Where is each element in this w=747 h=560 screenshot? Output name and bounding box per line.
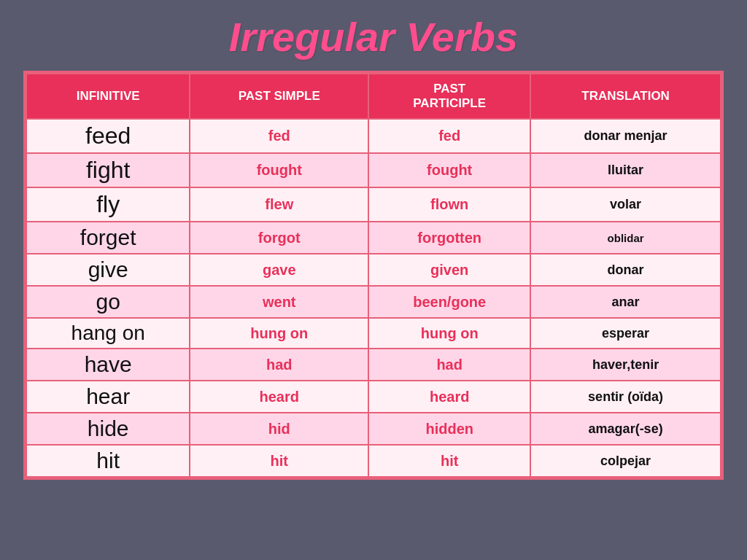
cell-past-participle: fought: [368, 153, 530, 187]
table-row: givegavegivendonar: [26, 254, 721, 286]
cell-infinitive: give: [26, 254, 190, 286]
table-row: feedfedfeddonar menjar: [26, 119, 721, 153]
cell-past-participle: hidden: [368, 413, 530, 445]
cell-past-simple: flew: [190, 187, 368, 222]
cell-translation: colpejar: [530, 445, 721, 477]
cell-past-simple: forgot: [190, 222, 368, 254]
cell-infinitive: hang on: [26, 318, 190, 349]
table-row: hearheardheardsentir (oïda): [26, 381, 721, 413]
cell-past-simple: had: [190, 349, 368, 381]
cell-past-simple: went: [190, 286, 368, 318]
cell-infinitive: fight: [26, 153, 190, 187]
table-row: hithithitcolpejar: [26, 445, 721, 477]
cell-past-simple: gave: [190, 254, 368, 286]
table-body: feedfedfeddonar menjarfightfoughtfoughtl…: [26, 119, 721, 477]
cell-past-simple: hit: [190, 445, 368, 477]
cell-past-simple: fought: [190, 153, 368, 187]
cell-infinitive: hide: [26, 413, 190, 445]
cell-translation: anar: [530, 286, 721, 318]
cell-translation: donar: [530, 254, 721, 286]
cell-past-participle: fed: [368, 119, 530, 153]
cell-past-participle: hung on: [368, 318, 530, 349]
cell-past-simple: fed: [190, 119, 368, 153]
cell-infinitive: forget: [26, 222, 190, 254]
cell-infinitive: hit: [26, 445, 190, 477]
cell-past-participle: flown: [368, 187, 530, 222]
cell-past-participle: heard: [368, 381, 530, 413]
col-header-translation: TRANSLATION: [530, 74, 721, 119]
col-header-past-participle: PASTPARTICIPLE: [368, 74, 530, 119]
cell-past-participle: had: [368, 349, 530, 381]
table-row: flyflewflownvolar: [26, 187, 721, 222]
table-row: hang onhung onhung onesperar: [26, 318, 721, 349]
cell-translation: lluitar: [530, 153, 721, 187]
cell-past-simple: hung on: [190, 318, 368, 349]
table-row: gowentbeen/goneanar: [26, 286, 721, 318]
cell-translation: sentir (oïda): [530, 381, 721, 413]
cell-translation: volar: [530, 187, 721, 222]
cell-infinitive: fly: [26, 187, 190, 222]
cell-translation: donar menjar: [530, 119, 721, 153]
col-header-infinitive: INFINITIVE: [26, 74, 190, 119]
cell-translation: haver,tenir: [530, 349, 721, 381]
table-row: forgetforgotforgottenoblidar: [26, 222, 721, 254]
cell-infinitive: have: [26, 349, 190, 381]
table-row: fightfoughtfoughtlluitar: [26, 153, 721, 187]
col-header-past-simple: PAST SIMPLE: [190, 74, 368, 119]
irregular-verbs-table: INFINITIVE PAST SIMPLE PASTPARTICIPLE TR…: [23, 71, 724, 480]
cell-infinitive: hear: [26, 381, 190, 413]
cell-past-participle: given: [368, 254, 530, 286]
cell-infinitive: go: [26, 286, 190, 318]
page-title: Irregular Verbs: [229, 13, 518, 61]
cell-translation: oblidar: [530, 222, 721, 254]
table-row: havehadhadhaver,tenir: [26, 349, 721, 381]
cell-infinitive: feed: [26, 119, 190, 153]
cell-past-simple: hid: [190, 413, 368, 445]
table-row: hidehidhiddenamagar(-se): [26, 413, 721, 445]
cell-past-simple: heard: [190, 381, 368, 413]
cell-past-participle: forgotten: [368, 222, 530, 254]
cell-translation: esperar: [530, 318, 721, 349]
cell-translation: amagar(-se): [530, 413, 721, 445]
cell-past-participle: hit: [368, 445, 530, 477]
table-header: INFINITIVE PAST SIMPLE PASTPARTICIPLE TR…: [26, 74, 721, 119]
cell-past-participle: been/gone: [368, 286, 530, 318]
